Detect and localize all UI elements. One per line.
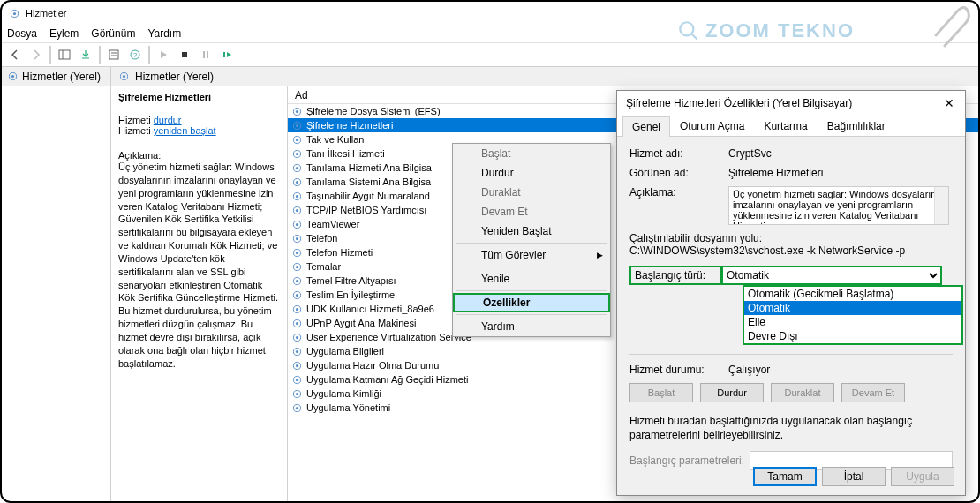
menu-help[interactable]: Yardım — [147, 27, 181, 40]
svg-line-1 — [691, 34, 697, 40]
svg-text:?: ? — [133, 51, 138, 59]
resume-button[interactable]: Devam Et — [841, 383, 905, 402]
properties-dialog: Şifreleme Hizmetleri Özellikleri (Yerel … — [616, 90, 966, 496]
service-name: Tanı İlkesi Hizmeti — [306, 148, 385, 159]
svg-rect-12 — [203, 51, 205, 58]
dialog-footer: Tamam İptal Uygula — [753, 467, 954, 486]
service-name: UPnP Aygıt Ana Makinesi — [306, 318, 416, 328]
stop-service-link[interactable]: durdur — [154, 115, 182, 125]
service-name: Uygulama Kimliği — [306, 388, 381, 399]
show-hide-button[interactable] — [55, 45, 74, 64]
gear-icon — [291, 332, 303, 343]
desc-label: Açıklama: — [118, 150, 280, 161]
restart-button[interactable] — [217, 45, 237, 64]
ctx-stop[interactable]: Durdur — [453, 163, 610, 183]
context-menu: Başlat Durdur Duraklat Devam Et Yeniden … — [452, 143, 611, 337]
tab-deps[interactable]: Bağımlılıklar — [818, 116, 895, 136]
ok-button[interactable]: Tamam — [753, 467, 817, 486]
service-name: Uygulama Yönetimi — [306, 402, 390, 413]
service-name: Şifreleme Hizmetleri — [306, 120, 393, 131]
stop-button[interactable] — [175, 45, 194, 64]
scrollbar[interactable] — [934, 187, 948, 224]
startup-option[interactable]: Devre Dışı — [744, 329, 961, 343]
svg-point-62 — [296, 406, 298, 409]
ctx-all-tasks[interactable]: Tüm Görevler▶ — [453, 245, 610, 265]
startup-option[interactable]: Otomatik — [744, 301, 961, 315]
service-name: User Experience Virtualization Service — [306, 332, 471, 342]
startup-type-select[interactable]: Otomatik — [721, 266, 942, 285]
tab-general[interactable]: Genel — [622, 116, 670, 137]
svg-point-30 — [296, 180, 298, 183]
apply-button[interactable]: Uygula — [891, 467, 954, 486]
properties-button[interactable] — [104, 45, 124, 64]
service-name: Tanılama Hizmeti Ana Bilgisa — [306, 162, 432, 173]
start-button[interactable] — [154, 45, 173, 64]
pause-button[interactable]: Duraklat — [771, 383, 834, 402]
param-hint: Hizmeti buradan başlattığınızda uygulana… — [629, 415, 953, 442]
startup-type-dropdown: Otomatik (Gecikmeli Başlatma) Otomatik E… — [743, 285, 963, 345]
menu-file[interactable]: Dosya — [7, 27, 37, 40]
ctx-properties[interactable]: Özellikler — [453, 293, 610, 312]
gear-icon — [291, 402, 303, 414]
ctx-separator — [456, 267, 607, 267]
tab-logon[interactable]: Oturum Açma — [670, 116, 754, 136]
svg-point-36 — [296, 222, 298, 225]
detail-panel: Şifreleme Hizmetleri Hizmeti durdur Hizm… — [111, 67, 288, 501]
menu-view[interactable]: Görünüm — [91, 27, 135, 40]
gear-icon — [291, 318, 303, 329]
close-button[interactable]: ✕ — [940, 94, 958, 112]
stop-link-row: Hizmeti durdur — [118, 115, 280, 125]
tree-root[interactable]: Hizmetler (Yerel) — [2, 67, 110, 86]
help-button[interactable]: ? — [125, 45, 145, 64]
gear-icon — [291, 205, 303, 216]
startup-option[interactable]: Otomatik (Gecikmeli Başlatma) — [744, 287, 961, 301]
ctx-pause[interactable]: Duraklat — [453, 183, 610, 202]
ctx-help[interactable]: Yardım — [453, 317, 610, 336]
tab-recovery[interactable]: Kurtarma — [754, 116, 817, 136]
separator — [49, 46, 51, 64]
export-button[interactable] — [76, 45, 95, 64]
service-name: Taşınabilir Aygıt Numaraland — [306, 191, 430, 201]
separator — [99, 46, 101, 64]
service-name: Temalar — [306, 261, 341, 272]
stop-button[interactable]: Durdur — [700, 383, 764, 402]
gear-icon — [291, 148, 303, 160]
forward-button[interactable] — [26, 45, 46, 64]
svg-point-48 — [296, 307, 298, 310]
gear-icon — [291, 261, 303, 273]
gear-icon — [291, 289, 303, 301]
param-label: Başlangıç parametreleri: — [629, 454, 744, 467]
cancel-button[interactable]: İptal — [822, 467, 886, 486]
ctx-start[interactable]: Başlat — [453, 144, 610, 163]
ctx-refresh[interactable]: Yenile — [453, 269, 610, 289]
pause-button[interactable] — [196, 45, 215, 64]
svg-point-0 — [680, 22, 693, 35]
service-name: Uygulama Hazır Olma Durumu — [306, 360, 439, 371]
restart-link-row: Hizmeti yeniden başlat — [118, 125, 280, 136]
gear-icon — [291, 304, 303, 315]
gear-icon — [291, 275, 303, 287]
service-name: TeamViewer — [306, 219, 359, 229]
back-button[interactable] — [5, 45, 25, 64]
service-name: TCP/IP NetBIOS Yardımcısı — [306, 205, 426, 215]
gear-icon — [291, 247, 303, 259]
gear-icon — [291, 134, 303, 146]
gear-icon — [291, 176, 303, 188]
menu-action[interactable]: Eylem — [49, 27, 79, 40]
ctx-resume[interactable]: Devam Et — [453, 202, 610, 221]
ctx-separator — [456, 314, 607, 315]
start-button[interactable]: Başlat — [629, 383, 693, 402]
desc-textbox[interactable]: Üç yönetim hizmeti sağlar: Windows dosya… — [728, 186, 949, 225]
gear-icon — [291, 106, 303, 117]
display-name-label: Görünen ad: — [629, 167, 728, 179]
dialog-tabs: Genel Oturum Açma Kurtarma Bağımlılıklar — [617, 116, 965, 137]
ctx-restart[interactable]: Yeniden Başlat — [453, 221, 610, 241]
startup-type-label: Başlangıç türü: — [629, 266, 721, 285]
exe-path-label: Çalıştırılabilir dosyanın yolu: — [629, 232, 953, 244]
svg-point-24 — [296, 138, 298, 140]
startup-option[interactable]: Elle — [744, 315, 961, 329]
restart-service-link[interactable]: yeniden başlat — [154, 125, 216, 136]
status-label: Hizmet durumu: — [629, 364, 728, 376]
window-title: Hizmetler — [26, 8, 66, 19]
service-name-label: Hizmet adı: — [629, 147, 728, 160]
